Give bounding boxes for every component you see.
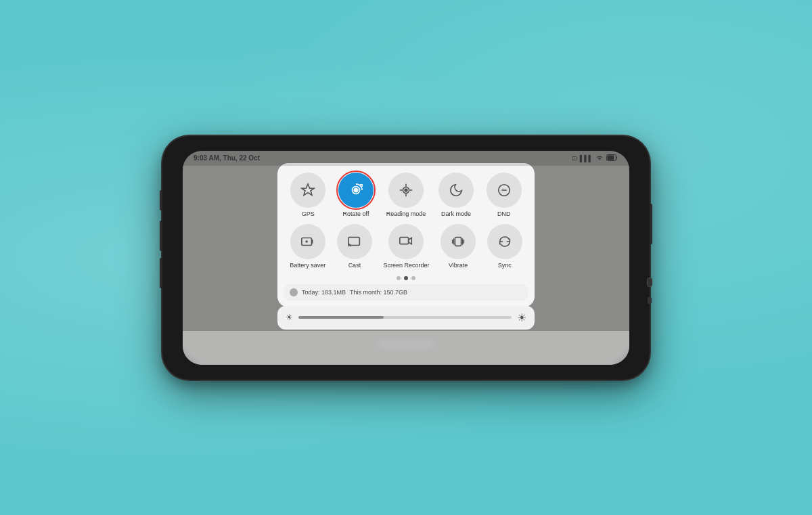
tile-reading-mode[interactable]: Reading mode bbox=[386, 173, 426, 218]
camera-button bbox=[648, 278, 652, 286]
volume-down-button[interactable] bbox=[160, 221, 162, 251]
svg-rect-18 bbox=[400, 238, 409, 244]
tile-dark-mode[interactable]: Dark mode bbox=[438, 173, 474, 218]
pagination-dots bbox=[284, 276, 528, 280]
data-usage-bar: Today: 183.1MB This month: 150.7GB bbox=[284, 284, 528, 300]
screenshot-icon: ⊡ bbox=[572, 155, 577, 162]
svg-rect-19 bbox=[455, 238, 461, 246]
tile-screen-recorder[interactable]: Screen Recorder bbox=[383, 224, 429, 269]
reading-mode-label: Reading mode bbox=[386, 210, 426, 218]
status-bar: 9:03 AM, Thu, 22 Oct ⊡ ▌▌▌ bbox=[183, 151, 629, 166]
data-dot-icon bbox=[290, 288, 298, 296]
tile-cast[interactable]: Cast bbox=[337, 224, 372, 269]
phone-device: 9:03 AM, Thu, 22 Oct ⊡ ▌▌▌ bbox=[162, 136, 650, 380]
tiles-row-2: Battery saver Cast bbox=[284, 224, 528, 269]
volume-up-button[interactable] bbox=[160, 190, 162, 210]
svg-point-6 bbox=[405, 189, 407, 192]
tile-vibrate[interactable]: Vibrate bbox=[441, 224, 476, 269]
tiles-row-1: GPS Rotate off bbox=[284, 173, 528, 218]
reading-mode-icon-wrap bbox=[388, 173, 424, 208]
cast-icon-wrap bbox=[337, 224, 372, 259]
brightness-control[interactable]: ☀ ☀ bbox=[277, 306, 535, 330]
gps-icon-wrap bbox=[290, 173, 325, 208]
svg-rect-1 bbox=[608, 155, 614, 160]
screen-recorder-label: Screen Recorder bbox=[383, 262, 429, 269]
gps-label: GPS bbox=[302, 210, 315, 218]
status-icons: ⊡ ▌▌▌ bbox=[572, 154, 618, 162]
dnd-label: DND bbox=[497, 210, 511, 218]
svg-point-3 bbox=[354, 188, 358, 192]
dark-mode-icon-wrap bbox=[438, 173, 474, 208]
side-button[interactable] bbox=[160, 258, 162, 288]
vibrate-label: Vibrate bbox=[449, 262, 468, 269]
rotate-off-label: Rotate off bbox=[343, 210, 369, 218]
data-month: This month: 150.7GB bbox=[350, 289, 407, 296]
tile-dnd[interactable]: DND bbox=[487, 173, 522, 218]
dark-mode-label: Dark mode bbox=[441, 210, 471, 218]
wifi-icon bbox=[595, 154, 604, 162]
tile-rotate-off[interactable]: Rotate off bbox=[338, 173, 374, 218]
dnd-icon-wrap bbox=[487, 173, 522, 208]
status-time: 9:03 AM, Thu, 22 Oct bbox=[194, 154, 260, 162]
brightness-fill bbox=[298, 316, 384, 319]
tile-gps[interactable]: GPS bbox=[290, 173, 325, 218]
quick-panel: GPS Rotate off bbox=[277, 163, 535, 308]
brightness-high-icon: ☀ bbox=[517, 311, 526, 324]
tile-battery-saver[interactable]: Battery saver bbox=[290, 224, 325, 269]
battery-saver-icon-wrap bbox=[290, 224, 325, 259]
bottom-blur-area bbox=[183, 331, 629, 365]
sync-label: Sync bbox=[498, 262, 512, 269]
dot-3 bbox=[411, 276, 415, 280]
tile-sync[interactable]: Sync bbox=[487, 224, 522, 269]
screen-recorder-icon-wrap bbox=[388, 224, 424, 259]
rotate-off-icon-wrap bbox=[338, 173, 374, 208]
dot-1 bbox=[397, 276, 401, 280]
cast-label: Cast bbox=[348, 262, 361, 269]
power-button[interactable] bbox=[650, 204, 652, 244]
dot-2 bbox=[404, 276, 408, 280]
signal-icon: ▌▌▌ bbox=[580, 155, 593, 162]
brightness-low-icon: ☀ bbox=[286, 313, 293, 322]
fingerprint-button bbox=[648, 297, 652, 304]
vibrate-icon-wrap bbox=[441, 224, 476, 259]
data-today: Today: 183.1MB bbox=[302, 289, 346, 296]
battery-icon bbox=[606, 154, 618, 162]
sync-icon-wrap bbox=[487, 224, 522, 259]
brightness-track[interactable] bbox=[298, 316, 512, 319]
battery-saver-label: Battery saver bbox=[290, 262, 325, 269]
phone-screen: 9:03 AM, Thu, 22 Oct ⊡ ▌▌▌ bbox=[183, 151, 629, 365]
